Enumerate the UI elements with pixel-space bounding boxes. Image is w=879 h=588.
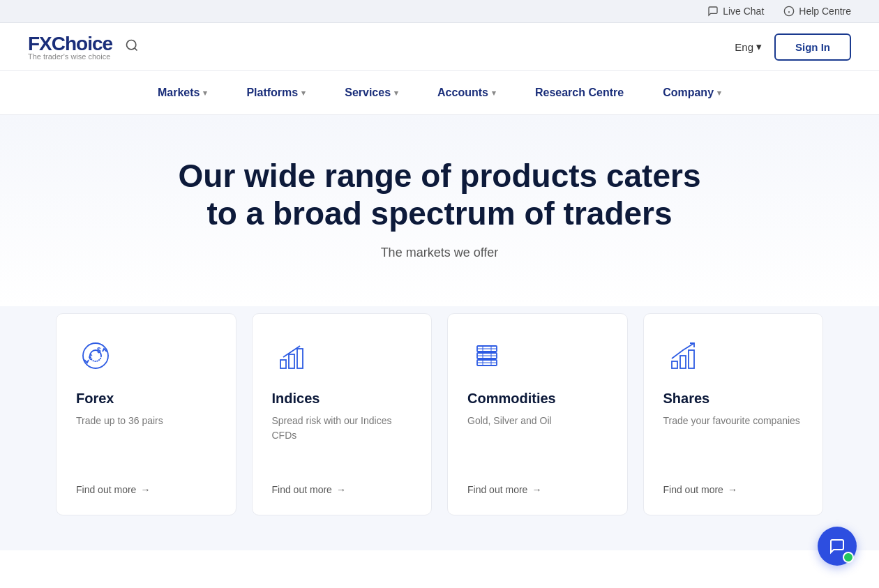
indices-desc: Spread risk with our Indices CFDs bbox=[272, 414, 412, 465]
nav-research-label: Research Centre bbox=[535, 86, 624, 99]
forex-title: Forex bbox=[76, 391, 216, 407]
svg-point-3 bbox=[127, 40, 136, 49]
info-icon bbox=[783, 6, 795, 17]
lang-chevron-icon: ▾ bbox=[756, 40, 762, 53]
accounts-chevron-icon: ▾ bbox=[492, 89, 496, 98]
nav-markets-label: Markets bbox=[158, 86, 200, 99]
card-shares[interactable]: Shares Trade your favourite companies Fi… bbox=[643, 313, 824, 515]
svg-line-4 bbox=[135, 47, 137, 50]
nav-item-research[interactable]: Research Centre bbox=[516, 71, 643, 114]
nav-services-label: Services bbox=[345, 86, 391, 99]
logo-tagline: The trader's wise choice bbox=[28, 52, 112, 61]
cards-grid: $ € Forex Trade up to 36 pairs Find out … bbox=[56, 313, 823, 515]
forex-link[interactable]: Find out more → bbox=[76, 484, 216, 495]
commodities-link[interactable]: Find out more → bbox=[467, 484, 608, 495]
main-nav: Markets ▾ Platforms ▾ Services ▾ Account… bbox=[0, 71, 879, 115]
nav-item-company[interactable]: Company ▾ bbox=[643, 71, 741, 114]
nav-accounts-label: Accounts bbox=[437, 86, 488, 99]
nav-item-markets[interactable]: Markets ▾ bbox=[138, 71, 227, 114]
shares-arrow-icon: → bbox=[728, 484, 737, 495]
card-indices[interactable]: Indices Spread risk with our Indices CFD… bbox=[252, 313, 433, 515]
indices-title: Indices bbox=[272, 391, 412, 407]
top-bar: Live Chat Help Centre bbox=[0, 0, 879, 23]
language-label: Eng bbox=[735, 41, 753, 53]
live-chat-link[interactable]: Live Chat bbox=[707, 6, 764, 17]
shares-title: Shares bbox=[663, 391, 804, 407]
sign-in-button[interactable]: Sign In bbox=[774, 33, 851, 61]
card-commodities[interactable]: Commodities Gold, Silver and Oil Find ou… bbox=[447, 313, 628, 515]
nav-item-services[interactable]: Services ▾ bbox=[325, 71, 418, 114]
svg-rect-21 bbox=[689, 350, 694, 368]
nav-company-label: Company bbox=[663, 86, 714, 99]
nav-platforms-label: Platforms bbox=[246, 86, 298, 99]
hero-section: Our wide range of products caters to a b… bbox=[0, 115, 879, 306]
header: FXChoice The trader's wise choice Eng ▾ … bbox=[0, 23, 879, 71]
markets-chevron-icon: ▾ bbox=[203, 89, 207, 98]
search-button[interactable] bbox=[125, 38, 139, 56]
svg-text:$: $ bbox=[97, 347, 101, 354]
svg-point-5 bbox=[83, 343, 108, 368]
hero-subtitle: The markets we offer bbox=[28, 246, 851, 260]
indices-link[interactable]: Find out more → bbox=[272, 484, 412, 495]
shares-desc: Trade your favourite companies bbox=[663, 414, 804, 465]
shares-link[interactable]: Find out more → bbox=[663, 484, 804, 495]
chat-bubble-icon bbox=[829, 538, 846, 550]
indices-icon bbox=[272, 336, 412, 375]
forex-desc: Trade up to 36 pairs bbox=[76, 414, 216, 465]
nav-item-platforms[interactable]: Platforms ▾ bbox=[227, 71, 325, 114]
commodities-desc: Gold, Silver and Oil bbox=[467, 414, 608, 465]
search-icon bbox=[125, 38, 139, 52]
svg-rect-10 bbox=[297, 349, 303, 368]
logo-area[interactable]: FXChoice The trader's wise choice bbox=[28, 33, 112, 61]
commodities-arrow-icon: → bbox=[532, 484, 541, 495]
live-chat-label: Live Chat bbox=[723, 6, 764, 17]
commodities-icon bbox=[467, 336, 608, 375]
commodities-title: Commodities bbox=[467, 391, 608, 407]
hero-title: Our wide range of products caters to a b… bbox=[174, 157, 705, 233]
company-chevron-icon: ▾ bbox=[717, 89, 721, 98]
forex-arrow-icon: → bbox=[140, 484, 150, 495]
help-centre-label: Help Centre bbox=[799, 6, 851, 17]
services-chevron-icon: ▾ bbox=[394, 89, 398, 98]
help-centre-link[interactable]: Help Centre bbox=[783, 6, 851, 17]
card-forex[interactable]: $ € Forex Trade up to 36 pairs Find out … bbox=[56, 313, 236, 515]
cards-section: $ € Forex Trade up to 36 pairs Find out … bbox=[0, 306, 879, 550]
platforms-chevron-icon: ▾ bbox=[301, 89, 306, 98]
svg-rect-8 bbox=[280, 360, 286, 368]
header-right: Eng ▾ Sign In bbox=[735, 33, 851, 61]
shares-icon bbox=[663, 336, 804, 375]
svg-rect-9 bbox=[289, 354, 294, 368]
nav-item-accounts[interactable]: Accounts ▾ bbox=[418, 71, 516, 114]
language-selector[interactable]: Eng ▾ bbox=[735, 40, 762, 53]
svg-rect-19 bbox=[672, 361, 677, 368]
chat-icon bbox=[707, 6, 719, 17]
svg-text:€: € bbox=[89, 354, 93, 361]
forex-icon: $ € bbox=[76, 336, 216, 375]
svg-rect-20 bbox=[680, 356, 686, 368]
indices-arrow-icon: → bbox=[336, 484, 346, 495]
